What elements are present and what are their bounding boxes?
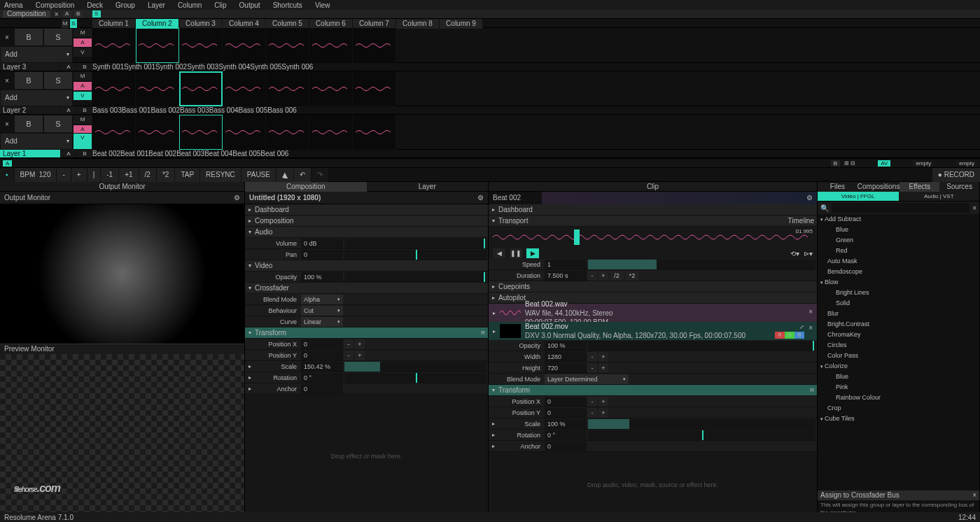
clip-cell[interactable]	[179, 115, 223, 150]
layer-b[interactable]: B	[14, 115, 43, 133]
menu-arena[interactable]: Arena	[4, 1, 23, 9]
search-input[interactable]	[832, 203, 969, 213]
column-7[interactable]: Column 7	[353, 19, 396, 29]
menu-layer[interactable]: Layer	[148, 1, 165, 9]
clip-cell[interactable]	[223, 28, 266, 63]
opacity-slider[interactable]	[344, 272, 486, 282]
layer-b[interactable]: B	[14, 28, 43, 46]
posy-plus[interactable]: +	[355, 351, 365, 360]
clip-sec-transform[interactable]: Transform	[498, 386, 530, 394]
transport-mode-select[interactable]: Timeline	[788, 217, 814, 225]
curve-select[interactable]: Linear	[301, 317, 343, 327]
clip-label[interactable]: Bass 003	[92, 106, 122, 114]
dur-plus[interactable]: +	[598, 271, 608, 281]
clip-label[interactable]: Synth 002	[155, 63, 187, 71]
layer-name[interactable]: Layer 2	[0, 106, 60, 114]
channel-r[interactable]: R	[775, 332, 785, 339]
sec-video[interactable]: Video	[255, 262, 272, 269]
clip-posx-value[interactable]: 0	[545, 397, 587, 407]
reset-icon[interactable]: R	[810, 387, 814, 393]
clip-cell[interactable]	[179, 71, 223, 106]
layer-add[interactable]: Add	[0, 46, 73, 63]
layer-close[interactable]: ×	[0, 28, 14, 46]
tab-sources[interactable]: Sources	[939, 182, 979, 192]
bpm-tap[interactable]: TAP	[175, 168, 200, 182]
scale-slider[interactable]	[344, 362, 486, 372]
sec-composition[interactable]: Composition	[255, 217, 294, 225]
clip-label[interactable]: Beat 002	[92, 150, 120, 157]
bpm-pipe[interactable]: |	[88, 168, 102, 182]
tab-layer[interactable]: Layer	[367, 182, 489, 192]
menu-column[interactable]: Column	[178, 1, 202, 9]
clip-label[interactable]: Synth 006	[281, 63, 313, 71]
layer-ab-b[interactable]: B	[76, 106, 92, 114]
menu-clip[interactable]: Clip	[214, 1, 226, 9]
effect-item[interactable]: Pink	[818, 382, 979, 393]
tab-composition[interactable]: Composition	[245, 182, 367, 192]
bpm-plus[interactable]: +	[71, 168, 88, 182]
effect-item[interactable]: Crop	[818, 403, 979, 414]
menu-composition[interactable]: Composition	[36, 1, 75, 9]
column-2[interactable]: Column 2	[136, 19, 179, 29]
clip-height-value[interactable]: 720	[545, 363, 587, 373]
sec-crossfader[interactable]: Crossfader	[255, 284, 289, 292]
sec-dashboard[interactable]: Dashboard	[255, 206, 289, 213]
bpm-minus1[interactable]: -1	[101, 168, 119, 182]
speed-value[interactable]: 1	[545, 260, 587, 269]
effect-item[interactable]: Blue	[818, 372, 979, 382]
playhead[interactable]	[574, 230, 580, 245]
record-button[interactable]: ● RECORD	[932, 168, 980, 182]
bpm-resync[interactable]: RESYNC	[200, 168, 241, 182]
clip-cell[interactable]	[92, 28, 136, 63]
effect-item[interactable]: Cube Tiles	[818, 414, 979, 424]
direction-icon[interactable]: ⊳▾	[804, 250, 813, 258]
layer-ab-a[interactable]: A	[60, 63, 76, 71]
subtab-audio[interactable]: Audio | VST	[899, 192, 980, 201]
close-icon[interactable]: ×	[808, 308, 813, 316]
tag-b[interactable]: B	[74, 10, 83, 17]
sec-audio[interactable]: Audio	[255, 228, 273, 236]
bpm-div2[interactable]: /2	[139, 168, 157, 182]
column-4[interactable]: Column 4	[223, 19, 266, 29]
clip-label[interactable]: Synth 001	[92, 63, 124, 71]
column-8[interactable]: Column 8	[396, 19, 440, 29]
layer-name[interactable]: Layer 1	[0, 150, 60, 157]
tag-a[interactable]: A	[63, 10, 71, 17]
col-tag-s[interactable]: S	[70, 19, 77, 29]
clip-label[interactable]: Beat 005	[232, 150, 260, 157]
tag-s[interactable]: S	[92, 10, 101, 17]
clip-cell[interactable]	[309, 28, 353, 63]
clip-anchor-value[interactable]: 0	[545, 442, 587, 451]
pan-slider[interactable]	[344, 250, 486, 260]
column-5[interactable]: Column 5	[266, 19, 309, 29]
deck-av[interactable]: AV	[878, 160, 890, 167]
tab-files[interactable]: Files	[818, 182, 858, 192]
layer-name[interactable]: Layer 3	[0, 63, 60, 71]
clip-label[interactable]: Synth 005	[250, 63, 281, 71]
metronome-icon[interactable]: ▲̲	[276, 168, 294, 182]
close-icon[interactable]: ×	[53, 10, 60, 18]
clear-icon[interactable]: ×	[972, 204, 976, 212]
bpm-pause[interactable]: PAUSE	[241, 168, 276, 182]
clip-cell[interactable]	[353, 71, 396, 106]
effect-item[interactable]: Solid	[818, 298, 979, 309]
clip-sec-autopilot[interactable]: Autopilot	[498, 294, 526, 302]
pan-value[interactable]: 0	[301, 250, 343, 260]
menu-view[interactable]: View	[315, 1, 330, 9]
bpm-plus1[interactable]: +1	[119, 168, 139, 182]
layer-s[interactable]: S	[43, 71, 73, 90]
layer-b[interactable]: B	[14, 71, 43, 90]
deck-b[interactable]: B	[831, 160, 840, 167]
clip-sec-transport[interactable]: Transport	[498, 217, 528, 225]
layer-add[interactable]: Add	[0, 90, 73, 106]
play-button[interactable]: ▶	[526, 248, 539, 258]
menu-shortcuts[interactable]: Shortcuts	[273, 1, 302, 9]
bpm-mul2[interactable]: *2	[157, 168, 175, 182]
deck-empty2[interactable]: empty	[956, 160, 977, 167]
clip-audio-media[interactable]: ▸ Beat 002.wavWAV file, 44.100kHz, Stere…	[489, 304, 817, 322]
effect-item[interactable]: Bright Lines	[818, 288, 979, 298]
clip-label[interactable]: Bass 004	[209, 106, 239, 114]
dur-minus[interactable]: -	[587, 271, 597, 281]
pause-button[interactable]: ❚❚	[510, 248, 522, 258]
expand-icon[interactable]: ⤢	[799, 324, 804, 330]
